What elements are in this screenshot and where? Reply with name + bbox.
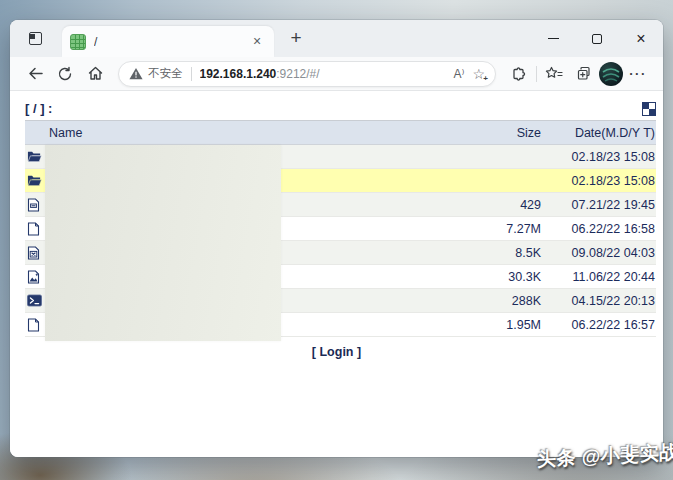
back-button[interactable] <box>20 60 50 88</box>
home-button[interactable] <box>80 60 110 88</box>
file-date: 02.18/23 15:08 <box>541 174 656 188</box>
path-row: [ / ] : <box>25 101 656 116</box>
plus-badge-icon: + <box>482 75 489 83</box>
image-file-icon <box>25 270 47 284</box>
tab-title: / <box>94 35 248 49</box>
text-file-icon <box>25 198 47 212</box>
more-dots-icon: ··· <box>629 66 647 81</box>
file-date: 09.08/22 04:03 <box>541 246 656 260</box>
browser-toolbar: 不安全 192.168.1.240:9212/#/ A⁾ ☆+ ··· <box>10 57 663 91</box>
site-favicon-icon <box>70 34 86 50</box>
header-name[interactable]: Name <box>47 126 461 140</box>
warning-icon <box>129 67 143 80</box>
file-size: 8.5K <box>461 246 541 260</box>
settings-more-button[interactable]: ··· <box>623 60 653 88</box>
file-date: 07.21/22 19:45 <box>541 198 656 212</box>
login-link[interactable]: [ Login ] <box>312 345 361 359</box>
file-icon <box>25 222 47 236</box>
favorites-button[interactable] <box>539 60 569 88</box>
breadcrumb: [ / ] : <box>25 101 52 116</box>
file-size: 7.27M <box>461 222 541 236</box>
url-text: 192.168.1.240:9212/#/ <box>200 67 446 81</box>
file-size: 288K <box>461 294 541 308</box>
redacted-names-block <box>45 145 281 341</box>
tab-actions-icon <box>29 32 42 45</box>
file-date: 11.06/22 20:44 <box>541 270 656 284</box>
add-favorite-button[interactable]: ☆+ <box>472 67 485 81</box>
tab-strip: / × + × <box>10 20 663 57</box>
refresh-button[interactable] <box>50 60 80 88</box>
file-date: 06.22/22 16:57 <box>541 318 656 332</box>
home-icon <box>87 65 104 82</box>
profile-avatar[interactable] <box>599 62 623 86</box>
new-tab-button[interactable]: + <box>284 27 308 51</box>
file-date: 02.18/23 15:08 <box>541 150 656 164</box>
folder-open-icon <box>25 174 47 187</box>
terminal-file-icon <box>25 294 47 307</box>
file-size: 1.95M <box>461 318 541 332</box>
avatar-pattern-icon <box>599 62 623 86</box>
table-header-row: Name Size Date(M.D/Y T) <box>25 121 656 145</box>
file-date: 06.22/22 16:58 <box>541 222 656 236</box>
view-toggle-icon[interactable] <box>642 102 656 116</box>
address-bar[interactable]: 不安全 192.168.1.240:9212/#/ A⁾ ☆+ <box>118 61 496 87</box>
executable-file-icon <box>25 246 47 260</box>
address-divider <box>191 67 192 81</box>
file-size: 30.3K <box>461 270 541 284</box>
tab-actions-menu-button[interactable] <box>22 26 48 52</box>
extensions-button[interactable] <box>504 60 534 88</box>
file-icon <box>25 318 47 332</box>
extensions-puzzle-icon <box>510 65 528 83</box>
maximize-icon <box>592 34 602 44</box>
file-server-page: [ / ] : Name Size Date(M.D/Y T) <box>10 91 663 457</box>
site-security-chip[interactable]: 不安全 <box>129 66 183 81</box>
file-date: 04.15/22 20:13 <box>541 294 656 308</box>
file-table-wrap: Name Size Date(M.D/Y T) 02.18/23 15:08 <box>10 120 663 337</box>
favorites-star-icon <box>545 66 563 82</box>
read-aloud-button[interactable]: A⁾ <box>453 67 464 81</box>
login-row: [ Login ] <box>10 345 663 359</box>
security-warning-label: 不安全 <box>148 66 183 81</box>
browser-window: / × + × 不安全 192.168.1.240:9212/#/ A⁾ ☆+ <box>10 20 663 457</box>
tab-close-button[interactable]: × <box>248 33 266 51</box>
url-suffix: :9212/#/ <box>276 67 319 81</box>
minimize-button[interactable] <box>531 20 575 57</box>
header-size[interactable]: Size <box>461 126 541 140</box>
close-icon: × <box>636 31 645 47</box>
close-window-button[interactable]: × <box>619 20 663 57</box>
back-arrow-icon <box>27 65 44 82</box>
toolbar-divider <box>536 66 537 82</box>
minimize-icon <box>548 38 559 39</box>
collections-button[interactable] <box>569 60 599 88</box>
url-host: 192.168.1.240 <box>200 67 277 81</box>
maximize-button[interactable] <box>575 20 619 57</box>
header-date[interactable]: Date(M.D/Y T) <box>541 126 656 140</box>
file-size: 429 <box>461 198 541 212</box>
active-tab[interactable]: / × <box>62 26 274 57</box>
collections-icon <box>575 65 593 83</box>
refresh-icon <box>57 66 73 82</box>
folder-open-icon <box>25 150 47 163</box>
